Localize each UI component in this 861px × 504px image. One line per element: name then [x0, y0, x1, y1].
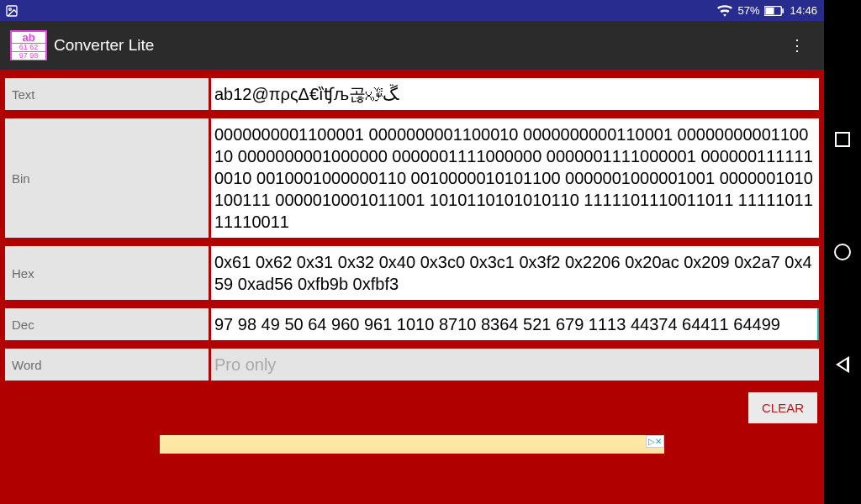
android-nav-bar	[824, 0, 861, 504]
ad-banner[interactable]: ▷✕	[160, 435, 664, 454]
clock: 14:46	[790, 4, 817, 17]
home-button[interactable]	[832, 242, 853, 262]
content-area: Text ab12@πρςΔ€ȉʧљ곦ꭖﮛﯳ Bin 0000000001100…	[0, 70, 824, 504]
recent-apps-button[interactable]	[832, 129, 853, 150]
row-text: Text ab12@πρςΔ€ȉʧљ곦ꭖﮛﯳ	[5, 78, 819, 110]
clear-button[interactable]: CLEAR	[748, 392, 817, 423]
status-bar: 57% 14:46	[0, 0, 824, 21]
app-icon: ab 61 62 97 98	[10, 30, 47, 60]
text-input[interactable]: ab12@πρςΔ€ȉʧљ곦ꭖﮛﯳ	[211, 78, 819, 110]
row-word: Word Pro only	[5, 349, 819, 381]
screenshot-icon	[5, 4, 18, 18]
label-hex: Hex	[5, 246, 209, 300]
battery-icon	[764, 6, 784, 16]
dec-input[interactable]: 97 98 49 50 64 960 961 1010 8710 8364 52…	[211, 308, 819, 340]
svg-rect-4	[783, 8, 784, 13]
bin-input[interactable]: 0000000001100001 0000000001100010 000000…	[211, 118, 819, 238]
label-text: Text	[5, 78, 209, 110]
row-dec: Dec 97 98 49 50 64 960 961 1010 8710 836…	[5, 308, 819, 340]
overflow-menu-icon[interactable]: ⋮	[780, 36, 814, 55]
label-word: Word	[5, 349, 209, 381]
back-button[interactable]	[832, 354, 853, 375]
hex-input[interactable]: 0x61 0x62 0x31 0x32 0x40 0x3c0 0x3c1 0x3…	[211, 246, 819, 300]
svg-point-1	[9, 8, 12, 10]
word-input: Pro only	[211, 349, 819, 381]
app-bar: ab 61 62 97 98 Converter Lite ⋮	[0, 21, 824, 70]
label-dec: Dec	[5, 308, 209, 340]
battery-percentage: 57%	[737, 4, 759, 17]
label-bin: Bin	[5, 118, 209, 238]
app-title: Converter Lite	[54, 36, 154, 55]
row-hex: Hex 0x61 0x62 0x31 0x32 0x40 0x3c0 0x3c1…	[5, 246, 819, 300]
ad-controls-icon[interactable]: ▷✕	[646, 435, 664, 448]
svg-rect-3	[766, 7, 774, 13]
wifi-icon	[717, 5, 732, 17]
row-bin: Bin 0000000001100001 0000000001100010 00…	[5, 118, 819, 238]
